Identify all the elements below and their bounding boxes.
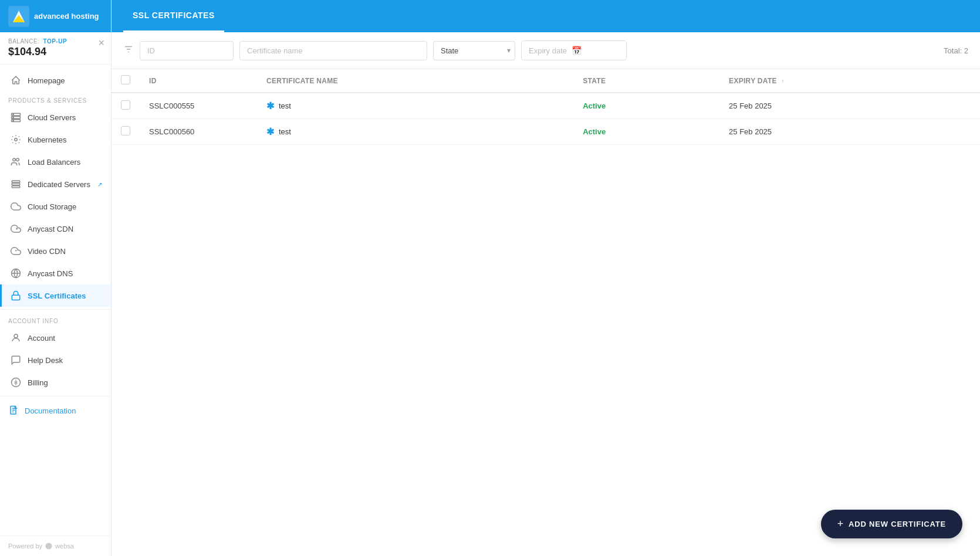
dollar-icon: [10, 377, 22, 388]
svg-rect-13: [12, 184, 20, 185]
sidebar-item-ssl-certificates[interactable]: SSL Certificates: [0, 284, 111, 307]
person-icon: [10, 332, 22, 344]
name-column-header: Certificate name: [257, 69, 573, 93]
row-2-checkbox-cell: [111, 119, 140, 145]
cert-2-asterisk-icon: ✱: [266, 126, 274, 137]
sidebar-item-homepage[interactable]: Homepage: [0, 69, 111, 91]
row-2-status-badge: Active: [583, 127, 606, 136]
sidebar-item-load-balancers[interactable]: Load Balancers: [0, 151, 111, 173]
anycast-cdn-label: Anycast CDN: [28, 225, 73, 233]
sidebar-item-video-cdn[interactable]: Video CDN: [0, 240, 111, 262]
sidebar-item-cloud-storage[interactable]: Cloud Storage: [0, 195, 111, 218]
balance-section: BALANCE: TOP-UP $104.94 ✕: [0, 32, 111, 65]
svg-rect-12: [12, 181, 20, 182]
account-section-label: ACCOUNT INFO: [0, 312, 111, 327]
filter-bar: State Active Inactive Expiry date 📅 Tota…: [111, 32, 980, 69]
row-1-id: SSLC000555: [140, 93, 257, 119]
add-button-label: ADD NEW CERTIFICATE: [849, 520, 946, 528]
svg-rect-14: [12, 186, 20, 188]
sidebar-item-anycast-dns[interactable]: Anycast DNS: [0, 262, 111, 284]
row-2-id: SSLC000560: [140, 119, 257, 145]
row-2-name[interactable]: test: [279, 127, 291, 136]
name-filter-input[interactable]: [239, 41, 427, 60]
ssl-certificates-label: SSL Certificates: [28, 291, 86, 300]
help-desk-label: Help Desk: [28, 356, 63, 365]
cert-1-asterisk-icon: ✱: [266, 100, 274, 111]
sidebar-item-kubernetes[interactable]: Kubernetes: [0, 128, 111, 151]
filter-icon[interactable]: [123, 44, 134, 57]
svg-point-9: [15, 138, 18, 141]
select-all-checkbox[interactable]: [121, 75, 130, 84]
top-bar: SSL CERTIFICATES: [111, 0, 980, 32]
billing-label: Billing: [28, 378, 48, 387]
account-label: Account: [28, 334, 55, 343]
cloud-servers-label: Cloud Servers: [28, 113, 76, 122]
close-icon[interactable]: ✕: [98, 38, 105, 48]
row-2-state: Active: [573, 119, 719, 145]
external-link-icon: ↗: [97, 181, 102, 188]
home-icon: [10, 74, 22, 86]
content-area: State Active Inactive Expiry date 📅 Tota…: [111, 32, 980, 556]
dedicated-servers-label: Dedicated Servers: [28, 180, 90, 189]
cloud-storage-icon: [10, 201, 22, 212]
topup-link[interactable]: TOP-UP: [43, 38, 67, 45]
row-1-name[interactable]: test: [279, 101, 291, 110]
main-content: SSL CERTIFICATES State Active Inactive E…: [111, 0, 980, 556]
id-filter-input[interactable]: [140, 41, 234, 60]
video-cdn-label: Video CDN: [28, 247, 66, 256]
balance-amount: $104.94: [8, 46, 103, 58]
row-1-checkbox[interactable]: [121, 100, 130, 110]
server-icon: [10, 111, 22, 123]
documentation-label: Documentation: [25, 406, 76, 415]
sidebar-item-account[interactable]: Account: [0, 327, 111, 349]
logo-icon: [8, 6, 29, 27]
load-balancers-label: Load Balancers: [28, 158, 80, 167]
sidebar: advanced hosting BALANCE: TOP-UP $104.94…: [0, 0, 111, 556]
sidebar-item-help-desk[interactable]: Help Desk: [0, 349, 111, 371]
kubernetes-label: Kubernetes: [28, 135, 67, 144]
svg-rect-17: [12, 295, 20, 300]
svg-point-11: [16, 158, 19, 161]
svg-point-18: [14, 334, 18, 338]
row-1-state: Active: [573, 93, 719, 119]
row-1-checkbox-cell: [111, 93, 140, 119]
table-header-row: ID Certificate name State Expiry date ↑: [111, 69, 980, 93]
nav-divider-2: [0, 396, 111, 396]
expiry-placeholder: Expiry date: [529, 46, 567, 55]
table-row: SSLC000560 ✱ test Active 25 Feb 2025: [111, 119, 980, 145]
load-balancers-icon: [10, 156, 22, 168]
products-section-label: PRODUCTS & SERVICES: [0, 91, 111, 106]
state-filter-select[interactable]: State Active Inactive: [433, 41, 515, 60]
row-1-status-badge: Active: [583, 101, 606, 110]
add-new-certificate-button[interactable]: + ADD NEW CERTIFICATE: [821, 510, 962, 538]
row-2-expiry: 25 Feb 2025: [719, 119, 980, 145]
row-2-checkbox[interactable]: [121, 126, 130, 135]
sidebar-item-billing[interactable]: Billing: [0, 371, 111, 394]
sidebar-item-cloud-servers[interactable]: Cloud Servers: [0, 106, 111, 128]
table-row: SSLC000555 ✱ test Active 25 Feb 2025: [111, 93, 980, 119]
certificates-table: ID Certificate name State Expiry date ↑: [111, 69, 980, 145]
state-filter-wrapper: State Active Inactive: [433, 41, 515, 60]
sidebar-item-dedicated-servers[interactable]: Dedicated Servers ↗: [0, 173, 111, 195]
svg-point-10: [13, 158, 16, 161]
svg-point-6: [13, 114, 14, 115]
documentation-link[interactable]: Documentation: [0, 399, 111, 422]
sidebar-footer: Powered by websa: [0, 535, 111, 556]
plus-icon: +: [837, 518, 844, 530]
sidebar-logo: advanced hosting: [0, 0, 111, 32]
select-all-col: [111, 69, 140, 93]
sidebar-item-anycast-cdn[interactable]: Anycast CDN: [0, 218, 111, 240]
svg-point-7: [13, 117, 14, 118]
total-count: Total: 2: [944, 46, 968, 55]
expiry-date-filter[interactable]: Expiry date 📅: [521, 40, 627, 60]
cloud-storage-label: Cloud Storage: [28, 202, 76, 211]
svg-point-8: [13, 120, 14, 121]
row-1-expiry: 25 Feb 2025: [719, 93, 980, 119]
row-2-name-cell: ✱ test: [257, 119, 573, 145]
sort-icon: ↑: [781, 78, 784, 84]
brand-name: advanced hosting: [34, 12, 99, 21]
row-1-name-cell: ✱ test: [257, 93, 573, 119]
table-header: ID Certificate name State Expiry date ↑: [111, 69, 980, 93]
lock-icon: [10, 290, 22, 301]
table-body: SSLC000555 ✱ test Active 25 Feb 2025: [111, 93, 980, 145]
